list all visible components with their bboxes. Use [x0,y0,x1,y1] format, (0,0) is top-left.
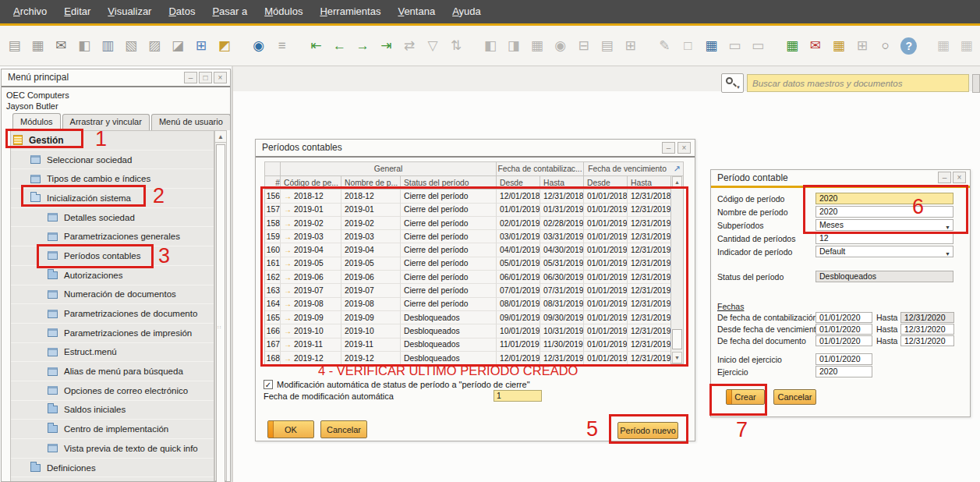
calculator-icon[interactable]: ▦ [933,36,953,56]
copy-from-icon[interactable]: ◧ [481,36,501,56]
minimize-button[interactable]: – [184,72,197,83]
print-icon[interactable]: ▦ [28,36,48,56]
inicio-input[interactable]: 01/01/2020 [815,353,872,365]
export-pdf-icon[interactable]: ◪ [168,36,187,56]
user-icon[interactable]: ○ [876,36,895,56]
date-to-input[interactable]: 12/31/2020 [900,312,954,323]
reconciliation-icon[interactable]: ⊟ [574,36,593,56]
menu-item-herramientas[interactable]: Herramientas [311,0,389,23]
task-list-icon[interactable]: ▦ [783,36,802,56]
scrollbar-thumb[interactable] [216,144,225,482]
window-icon [48,310,58,318]
sort-icon[interactable]: ⇅ [447,36,466,56]
window-icon [30,175,41,183]
sidebar-item-seleccionar-sociedad[interactable]: Seleccionar sociedad [11,151,214,170]
date-to-input[interactable]: 12/31/2020 [900,324,954,335]
filter-icon[interactable]: ▽ [423,36,443,56]
email-icon[interactable]: ✉ [51,36,71,56]
minimize-button[interactable]: – [938,172,951,183]
menu-item-datos[interactable]: Datos [160,0,203,23]
maximize-button[interactable]: □ [199,72,212,83]
tab-módulos[interactable]: Módulos [12,113,61,129]
cancel-button[interactable]: Cancelar [320,420,367,438]
find-icon[interactable]: ◉ [249,36,268,56]
user-name: Jayson Butler [6,101,58,111]
first-record-icon[interactable]: ⇤ [306,36,326,56]
previous-record-icon[interactable]: ← [330,36,349,56]
sidebar-item-detalles-sociedad[interactable]: Detalles sociedad [11,208,214,228]
chevron-down-icon: ▼ [945,249,950,259]
lock-screen-icon[interactable]: ◩ [214,36,234,56]
help-icon[interactable]: ? [900,37,917,55]
sidebar-item-definiciones[interactable]: Definiciones [11,459,214,478]
message-icon[interactable]: ▭ [748,36,768,56]
date-from-input[interactable]: 01/01/2020 [815,335,872,346]
org-chart-icon[interactable]: ⊞ [852,36,872,56]
hasta-label: Hasta [876,324,897,334]
sidebar-item-alias-de-menú-para-búsqueda[interactable]: Alias de menú para búsqueda [11,362,214,381]
auto-status-checkline: ✓ Modificación automática de status de p… [264,380,530,389]
sidebar-item-opciones-de-correo-electrónico[interactable]: Opciones de correo electrónico [11,381,214,401]
sidebar-item-parametrizaciones-de-impresión[interactable]: Parametrizaciones de impresión [11,324,214,343]
sms-icon[interactable]: ◧ [75,36,94,56]
menu-item-archivo[interactable]: Archivo [5,0,55,23]
window-icon [30,155,41,164]
mail-services-icon[interactable]: ✉ [806,36,826,56]
auto-date-input[interactable]: 1 [494,390,542,402]
document-printing-icon[interactable]: ⊞ [621,36,640,56]
sidebar-item-vista-previa-de-texto-de-quick-info[interactable]: Vista previa de texto de quick info [11,439,214,459]
fax-icon[interactable]: ▥ [98,36,118,56]
tab-menú-de-usuario[interactable]: Menú de usuario [151,114,231,130]
list-icon[interactable]: ≡ [272,36,292,56]
sidebar-item-centro-de-implementación[interactable]: Centro de implementación [11,420,214,439]
sidebar-item-estruct-menú[interactable]: Estruct.menú [11,343,214,363]
search-button[interactable]: ▼ [721,73,744,93]
document-preview-icon[interactable]: ▤ [5,36,24,56]
global-search-input[interactable] [747,74,969,92]
minimize-button[interactable]: – [662,142,675,154]
export-excel-icon[interactable]: ▧ [122,36,141,56]
close-button[interactable]: × [678,142,691,154]
sidebar-item-label: Seleccionar sociedad [47,155,132,165]
menu-item-ayuda[interactable]: Ayuda [444,0,490,23]
export-word-icon[interactable]: ▨ [145,36,165,56]
date-from-input[interactable]: 01/01/2020 [815,312,872,323]
sidebar-item-numeración-de-documentos[interactable]: Numeración de documentos [11,285,214,305]
calendar-icon[interactable]: ▦ [829,36,848,56]
sidebar-item-parametrizaciones-de-documento[interactable]: Parametrizaciones de documento [11,304,214,324]
dialog-field-input[interactable]: 12 [815,232,953,244]
scroll-up-icon[interactable]: ▲ [215,131,226,143]
menu-item-módulos[interactable]: Módulos [256,0,311,23]
message-log-icon[interactable]: ▭ [725,36,745,56]
ejercicio-input[interactable]: 2020 [815,366,872,377]
payment-means-icon[interactable]: ◉ [550,36,570,56]
menu-item-visualizar[interactable]: Visualizar [99,0,160,23]
date-to-input[interactable]: 12/31/2020 [900,335,954,346]
form-settings-icon[interactable]: □ [678,36,698,56]
calculator-2-icon[interactable]: ▦ [957,36,976,56]
copy-to-icon[interactable]: ◨ [504,36,523,56]
sidebar-scrollbar[interactable]: ▲ ∷ [214,130,227,481]
dialog-field-select[interactable]: Default▼ [815,246,953,257]
last-record-icon[interactable]: ⇥ [377,36,396,56]
annotation-number-5: 5 [586,419,598,440]
expand-table-icon[interactable]: ↗ [670,161,684,176]
sidebar-item-saldos-iniciales[interactable]: Saldos iniciales [11,401,214,420]
edit-icon[interactable]: ✎ [655,36,674,56]
document-journal-icon[interactable]: ▦ [527,36,547,56]
cancel-button[interactable]: Cancelar [773,389,816,405]
close-button[interactable]: × [214,72,227,83]
next-record-icon[interactable]: → [353,36,373,56]
auto-status-checkbox[interactable]: ✓ [264,380,273,389]
date-from-input[interactable]: 01/01/2020 [815,324,872,335]
close-button[interactable]: × [953,172,966,183]
menu-item-editar[interactable]: Editar [55,0,99,23]
menu-item-ventana[interactable]: Ventana [389,0,444,23]
menu-item-pasar-a[interactable]: Pasar a [203,0,256,23]
journal-entry-icon[interactable]: ▤ [597,36,617,56]
refresh-icon[interactable]: ⇄ [400,36,419,56]
sidebar-item-autorizaciones[interactable]: Autorizaciones [11,266,214,285]
launch-application-icon[interactable]: ⊞ [191,36,211,56]
database-tools-icon[interactable]: ▦ [702,36,721,56]
ok-button[interactable]: OK [267,420,314,438]
